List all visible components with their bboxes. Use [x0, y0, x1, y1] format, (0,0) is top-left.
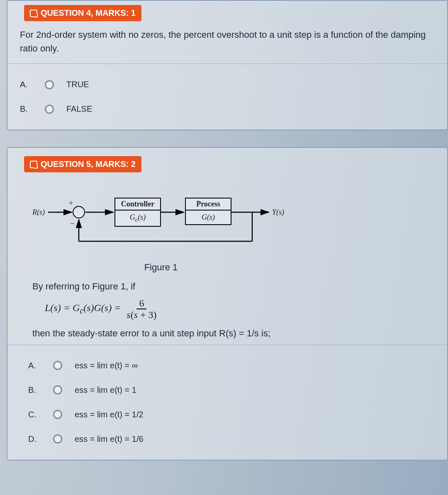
- question-5-card: QUESTION 5, MARKS: 2: [7, 147, 448, 461]
- divider: [7, 64, 447, 64]
- option-letter: C.: [28, 410, 41, 419]
- loop-transfer-formula: L(s) = Gc(s)G(s) = 6 s(s + 3): [45, 298, 422, 321]
- summing-junction-icon: [73, 206, 85, 218]
- formula-denominator: s(s + 3): [124, 309, 159, 320]
- option-label: FALSE: [66, 104, 92, 114]
- question-5-badge: QUESTION 5, MARKS: 2: [24, 156, 141, 172]
- radio-icon[interactable]: [45, 105, 54, 114]
- question-5-followup: then the steady-state error to a unit st…: [32, 328, 422, 339]
- summing-plus: +: [69, 199, 73, 208]
- option-q5-b[interactable]: B. ess = lim e(t) = 1: [28, 378, 435, 402]
- option-q4-a[interactable]: A. TRUE: [20, 72, 435, 97]
- question-4-badge: QUESTION 4, MARKS: 1: [24, 5, 141, 21]
- option-label: ess = lim e(t) = 1/2: [75, 410, 144, 419]
- summing-minus: –: [71, 219, 74, 228]
- figure-caption: Figure 1: [32, 262, 290, 273]
- block-diagram: R(s) + – Controller Gc(s) Process G(s) Y…: [32, 183, 422, 258]
- formula-fraction: 6 s(s + 3): [124, 298, 159, 321]
- option-letter: B.: [20, 104, 32, 114]
- radio-icon[interactable]: [53, 361, 62, 370]
- option-q5-a[interactable]: A. ess = lim e(t) = ∞: [28, 353, 435, 378]
- question-4-text: For 2nd-order system with no zeros, the …: [20, 28, 435, 55]
- option-q5-c[interactable]: C. ess = lim e(t) = 1/2: [28, 402, 435, 427]
- radio-icon[interactable]: [45, 80, 54, 89]
- option-q5-d[interactable]: D. ess = lim e(t) = 1/6: [28, 427, 435, 451]
- question-4-card: QUESTION 4, MARKS: 1 For 2nd-order syste…: [7, 0, 448, 130]
- option-q4-b[interactable]: B. FALSE: [20, 97, 435, 121]
- question-5-badge-text: QUESTION 5, MARKS: 2: [41, 159, 136, 169]
- option-label: ess = lim e(t) = 1: [75, 385, 136, 395]
- note-icon: [30, 161, 37, 168]
- controller-block: Controller Gc(s): [114, 198, 161, 227]
- diagram-input-label: R(s): [32, 208, 45, 217]
- option-letter: B.: [28, 385, 41, 395]
- option-label: TRUE: [66, 80, 89, 89]
- diagram-output-label: Y(s): [272, 208, 284, 217]
- question-4-badge-text: QUESTION 4, MARKS: 1: [41, 8, 136, 18]
- process-header: Process: [186, 198, 231, 211]
- controller-body: Gc(s): [115, 211, 160, 226]
- option-label: ess = lim e(t) = ∞: [75, 361, 138, 370]
- option-letter: A.: [28, 361, 41, 370]
- divider: [7, 345, 447, 345]
- process-block: Process G(s): [185, 198, 231, 225]
- option-letter: A.: [20, 80, 32, 89]
- option-label: ess = lim e(t) = 1/6: [75, 434, 144, 444]
- question-4-options: A. TRUE B. FALSE: [20, 72, 435, 121]
- radio-icon[interactable]: [53, 434, 62, 444]
- note-icon: [30, 10, 37, 17]
- process-body: G(s): [186, 211, 231, 224]
- option-letter: D.: [28, 434, 41, 444]
- radio-icon[interactable]: [53, 385, 62, 395]
- formula-numerator: 6: [136, 298, 146, 309]
- radio-icon[interactable]: [53, 410, 62, 419]
- formula-lhs: L(s) = Gc(s)G(s) =: [45, 302, 121, 316]
- question-5-options: A. ess = lim e(t) = ∞ B. ess = lim e(t) …: [28, 353, 435, 451]
- controller-header: Controller: [115, 198, 160, 211]
- question-5-intro: By referring to Figure 1, if: [32, 281, 422, 292]
